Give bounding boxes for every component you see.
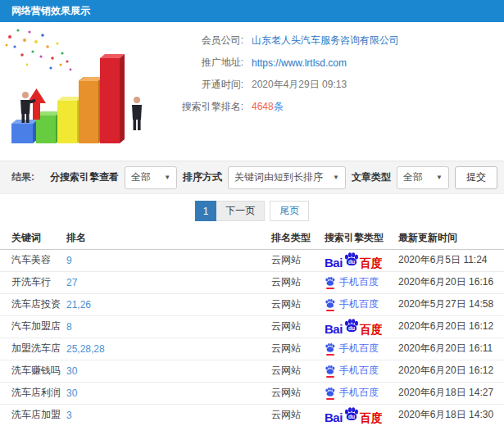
table-row: 洗车店加盟 3 云网站 Bai du 百度 2020年6月18日 14:30 — [0, 404, 504, 426]
col-engine-type: 搜索引擎类型 — [325, 228, 398, 249]
baidu-paw-icon — [325, 365, 335, 375]
rank-cell: 25,28,28 — [66, 338, 271, 360]
bars — [11, 54, 125, 143]
rank-type-cell: 云网站 — [271, 382, 325, 404]
table-header-row: 关键词 排名 排名类型 搜索引擎类型 最新更新时间 — [0, 228, 504, 249]
chevron-down-icon: ▼ — [333, 174, 339, 181]
keyword-cell: 洗车赚钱吗 — [0, 360, 66, 382]
table-row: 洗车店投资 21,26 云网站 手机百度 2020年5月27日 14:58 — [0, 293, 504, 315]
mobile-baidu-logo: 手机百度 — [325, 342, 379, 356]
article-type-label: 文章类型 — [352, 170, 391, 184]
svg-text:du: du — [348, 259, 355, 265]
mobile-baidu-label: 手机百度 — [339, 275, 379, 289]
mobile-baidu-label: 手机百度 — [339, 364, 379, 378]
paw-underline — [326, 288, 334, 289]
table-row: 洗车赚钱吗 30 云网站 手机百度 2020年6月20日 16:12 — [0, 360, 504, 382]
mobile-baidu-label: 手机百度 — [339, 342, 379, 356]
member-company-link[interactable]: 山东老人头汽车服务咨询有限公司 — [252, 34, 399, 48]
results-table: 关键词 排名 排名类型 搜索引擎类型 最新更新时间 汽车美容 9 云网站 Bai… — [0, 228, 504, 426]
rank-type-cell: 云网站 — [271, 404, 325, 426]
rank-type-cell: 云网站 — [271, 315, 325, 338]
col-updated: 最新更新时间 — [398, 228, 504, 249]
rank-cell: 30 — [66, 382, 271, 404]
engine-rank-label: 搜索引擎排名: — [152, 100, 243, 114]
keyword-cell: 汽车加盟店 — [0, 315, 66, 338]
mobile-baidu-logo: 手机百度 — [325, 275, 379, 289]
engine-view-label: 分搜索引擎查看 — [50, 170, 119, 184]
chevron-down-icon: ▼ — [164, 174, 170, 181]
updated-cell: 2020年6月18日 14:27 — [398, 382, 504, 404]
rank-link[interactable]: 25,28,28 — [66, 343, 105, 355]
table-row: 加盟洗车店 25,28,28 云网站 手机百度 2020年6月20日 16:11 — [0, 338, 504, 360]
article-type-select[interactable]: 全部 ▼ — [397, 166, 449, 189]
table-row: 汽车美容 9 云网站 Bai du 百度 2020年6月5日 11:24 — [0, 249, 504, 271]
last-page-button[interactable]: 尾页 — [270, 201, 309, 221]
article-type-selected: 全部 — [403, 170, 423, 184]
updated-cell: 2020年6月20日 16:12 — [398, 360, 504, 382]
updated-cell: 2020年6月20日 16:16 — [398, 271, 504, 293]
baidu-paw-icon: du — [343, 252, 359, 267]
rank-cell: 8 — [66, 315, 271, 338]
member-company-row: 会员公司: 山东老人头汽车服务咨询有限公司 — [152, 29, 504, 52]
rank-link[interactable]: 3 — [66, 410, 72, 421]
page-title: 网络营销效果展示 — [11, 4, 90, 18]
company-info-section: 会员公司: 山东老人头汽车服务咨询有限公司 推广地址: https://www.… — [0, 22, 504, 161]
keyword-cell: 加盟洗车店 — [0, 338, 66, 360]
rank-type-cell: 云网站 — [271, 249, 325, 271]
rank-type-cell: 云网站 — [271, 338, 325, 360]
engine-cell: Bai du 百度 — [325, 315, 398, 338]
mobile-baidu-logo: 手机百度 — [325, 364, 379, 378]
open-time-value: 2020年4月29日 09:13 — [252, 78, 347, 92]
rank-type-cell: 云网站 — [271, 271, 325, 293]
keyword-cell: 开洗车行 — [0, 271, 66, 293]
updated-cell: 2020年6月5日 11:24 — [398, 249, 504, 271]
engine-cell: 手机百度 — [325, 360, 398, 382]
keyword-cell: 洗车店加盟 — [0, 404, 66, 426]
rank-cell: 27 — [66, 271, 271, 293]
promo-url-row: 推广地址: https://www.lrtlsd.com — [152, 52, 504, 74]
rank-link[interactable]: 30 — [66, 387, 77, 399]
chevron-down-icon: ▼ — [436, 174, 443, 181]
col-rank-type: 排名类型 — [271, 228, 325, 249]
rank-link[interactable]: 9 — [66, 255, 72, 266]
updated-cell: 2020年6月20日 16:11 — [398, 338, 504, 360]
engine-rank-row: 搜索引擎排名: 4648条 — [152, 96, 504, 118]
rank-cell: 9 — [66, 249, 271, 271]
mobile-baidu-label: 手机百度 — [339, 297, 379, 311]
baidu-paw-icon — [325, 276, 335, 287]
baidu-logo: Bai du 百度 — [325, 406, 383, 424]
updated-cell: 2020年6月20日 16:12 — [398, 315, 504, 338]
businessman-right — [132, 97, 142, 130]
open-time-label: 开通时间: — [152, 78, 243, 92]
engine-view-selected: 全部 — [131, 170, 151, 184]
submit-button[interactable]: 提交 — [455, 166, 497, 189]
promo-url-label: 推广地址: — [152, 56, 243, 70]
confetti-dots — [6, 29, 72, 70]
table-row: 汽车加盟店 8 云网站 Bai du 百度 2020年6月20日 16:12 — [0, 315, 504, 338]
result-label: 结果: — [11, 170, 34, 184]
engine-cell: Bai du 百度 — [325, 249, 398, 271]
sort-select[interactable]: 关键词由短到长排序 ▼ — [228, 166, 346, 189]
header-bar: 网络营销效果展示 — [0, 0, 504, 22]
engine-rank-value: 4648条 — [252, 100, 284, 114]
col-keyword: 关键词 — [0, 228, 66, 249]
keyword-cell: 洗车店投资 — [0, 293, 66, 315]
updated-cell: 2020年5月27日 14:58 — [398, 293, 504, 315]
rank-link[interactable]: 27 — [66, 277, 77, 288]
rank-link[interactable]: 8 — [66, 321, 72, 333]
engine-cell: Bai du 百度 — [325, 404, 398, 426]
rank-type-cell: 云网站 — [271, 360, 325, 382]
rank-cell: 21,26 — [66, 293, 271, 315]
next-page-button[interactable]: 下一页 — [216, 201, 265, 221]
svg-text:du: du — [348, 325, 355, 331]
rank-link[interactable]: 21,26 — [66, 299, 91, 310]
paw-underline — [326, 354, 334, 356]
page-1-button[interactable]: 1 — [195, 201, 217, 221]
engine-view-select[interactable]: 全部 ▼ — [125, 166, 177, 189]
rank-type-cell: 云网站 — [271, 293, 325, 315]
engine-cell: 手机百度 — [325, 271, 398, 293]
rank-link[interactable]: 30 — [66, 365, 77, 377]
promo-url-link[interactable]: https://www.lrtlsd.com — [252, 57, 347, 69]
rank-unit: 条 — [274, 101, 284, 112]
paw-underline — [326, 376, 334, 378]
